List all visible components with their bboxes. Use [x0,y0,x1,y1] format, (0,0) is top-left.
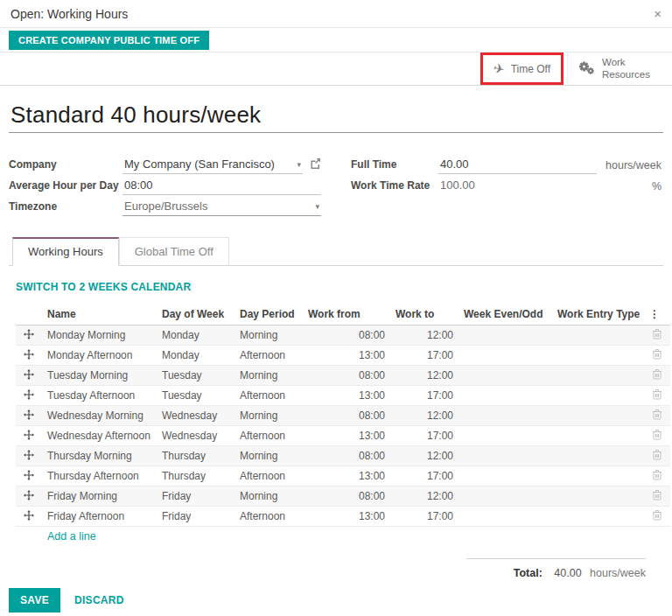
cell-day-of-week[interactable]: Tuesday [157,366,234,386]
chevron-down-icon[interactable]: ▾ [297,160,301,169]
cell-day-period[interactable]: Morning [234,446,303,466]
table-row[interactable]: Monday MorningMondayMorning08:0012:00 [16,326,670,346]
cell-work-entry-type[interactable] [552,346,644,366]
delete-row-icon[interactable] [652,511,662,523]
cell-week-even-odd[interactable] [458,406,552,426]
drag-handle-icon[interactable] [24,430,34,443]
cell-day-of-week[interactable]: Tuesday [157,386,234,406]
cell-work-to[interactable]: 17:00 [390,386,458,406]
tab-working-hours[interactable]: Working Hours [12,237,119,266]
cell-work-entry-type[interactable] [552,406,644,426]
chevron-down-icon[interactable]: ▾ [315,202,319,211]
column-header-day-of-week[interactable]: Day of Week [157,304,234,326]
table-row[interactable]: Monday AfternoonMondayAfternoon13:0017:0… [16,346,670,366]
cell-work-to[interactable]: 17:00 [390,507,458,527]
cell-day-period[interactable]: Afternoon [234,386,303,406]
delete-row-icon[interactable] [652,451,662,463]
cell-name[interactable]: Thursday Afternoon [42,466,157,486]
cell-work-entry-type[interactable] [552,366,644,386]
discard-button[interactable]: DISCARD [74,594,124,606]
drag-handle-icon[interactable] [24,471,34,483]
table-row[interactable]: Wednesday AfternoonWednesdayAfternoon13:… [16,426,670,446]
cell-name[interactable]: Wednesday Afternoon [42,426,157,446]
cell-work-to[interactable]: 12:00 [390,486,458,507]
drag-handle-icon[interactable] [24,410,34,423]
cell-work-from[interactable]: 13:00 [303,346,390,366]
cell-work-from[interactable]: 13:00 [303,426,390,446]
drag-handle-icon[interactable] [24,350,34,362]
delete-row-icon[interactable] [652,390,662,402]
table-row[interactable]: Thursday AfternoonThursdayAfternoon13:00… [16,466,670,486]
cell-week-even-odd[interactable] [458,486,552,507]
column-header-work-from[interactable]: Work from [303,304,390,326]
cell-week-even-odd[interactable] [458,386,552,406]
cell-work-from[interactable]: 08:00 [303,326,390,346]
table-row[interactable]: Thursday MorningThursdayMorning08:0012:0… [16,446,670,466]
cell-day-of-week[interactable]: Friday [157,486,234,507]
cell-day-period[interactable]: Afternoon [234,346,303,366]
full-time-field[interactable]: 40.00 [438,157,597,174]
close-icon[interactable]: × [654,7,662,20]
cell-work-to[interactable]: 17:00 [390,346,458,366]
cell-work-from[interactable]: 08:00 [303,446,390,466]
delete-row-icon[interactable] [652,471,662,483]
cell-work-to[interactable]: 12:00 [390,406,458,426]
cell-day-period[interactable]: Morning [234,406,303,426]
optional-columns-icon[interactable]: ⋮ [644,304,670,326]
column-header-day-period[interactable]: Day Period [234,304,303,326]
delete-row-icon[interactable] [652,330,662,342]
delete-row-icon[interactable] [652,491,662,503]
column-header-work-entry-type[interactable]: Work Entry Type [552,304,644,326]
avg-hour-per-day-field[interactable]: 08:00 [122,178,321,195]
cell-day-of-week[interactable]: Thursday [157,466,234,486]
cell-name[interactable]: Tuesday Afternoon [42,386,157,406]
cell-name[interactable]: Wednesday Morning [42,406,157,426]
drag-handle-icon[interactable] [24,451,34,463]
drag-handle-icon[interactable] [24,390,34,402]
column-header-work-to[interactable]: Work to [390,304,458,326]
cell-work-entry-type[interactable] [552,446,644,466]
cell-work-entry-type[interactable] [552,486,644,507]
cell-work-to[interactable]: 12:00 [390,366,458,386]
cell-day-of-week[interactable]: Thursday [157,446,234,466]
save-button[interactable]: SAVE [9,588,60,612]
cell-week-even-odd[interactable] [458,466,552,486]
cell-work-entry-type[interactable] [552,466,644,486]
delete-row-icon[interactable] [652,430,662,443]
cell-work-to[interactable]: 17:00 [390,426,458,446]
cell-week-even-odd[interactable] [458,446,552,466]
cell-week-even-odd[interactable] [458,346,552,366]
cell-work-entry-type[interactable] [552,386,644,406]
cell-work-entry-type[interactable] [552,326,644,346]
cell-day-of-week[interactable]: Friday [157,507,234,527]
cell-day-period[interactable]: Morning [234,366,303,386]
cell-day-of-week[interactable]: Monday [157,346,234,366]
drag-handle-icon[interactable] [24,370,34,382]
switch-to-2-weeks-calendar-link[interactable]: SWITCH TO 2 WEEKS CALENDAR [16,281,191,293]
drag-handle-icon[interactable] [24,511,34,523]
table-row[interactable]: Tuesday AfternoonTuesdayAfternoon13:0017… [16,386,670,406]
table-row[interactable]: Wednesday MorningWednesdayMorning08:0012… [16,406,670,426]
external-link-icon[interactable] [310,158,321,174]
cell-day-of-week[interactable]: Monday [157,326,234,346]
cell-week-even-odd[interactable] [458,326,552,346]
cell-work-entry-type[interactable] [552,507,644,527]
cell-day-period[interactable]: Afternoon [234,466,303,486]
cell-name[interactable]: Monday Morning [42,326,157,346]
work-resources-stat-button[interactable]: Work Resources [567,52,663,85]
cell-work-from[interactable]: 08:00 [303,486,390,507]
drag-handle-icon[interactable] [24,491,34,503]
cell-week-even-odd[interactable] [458,507,552,527]
column-header-name[interactable]: Name [42,304,157,326]
create-company-public-time-off-button[interactable]: CREATE COMPANY PUBLIC TIME OFF [9,31,209,50]
cell-day-period[interactable]: Morning [234,486,303,507]
add-a-line-link[interactable]: Add a line [47,530,96,542]
cell-name[interactable]: Monday Afternoon [42,346,157,366]
record-title-input[interactable]: Standard 40 hours/week [9,100,663,133]
cell-work-entry-type[interactable] [552,426,644,446]
company-field[interactable]: My Company (San Francisco) ▾ [122,157,303,174]
delete-row-icon[interactable] [652,370,662,382]
cell-day-period[interactable]: Afternoon [234,426,303,446]
cell-work-to[interactable]: 17:00 [390,466,458,486]
cell-day-period[interactable]: Afternoon [234,507,303,527]
